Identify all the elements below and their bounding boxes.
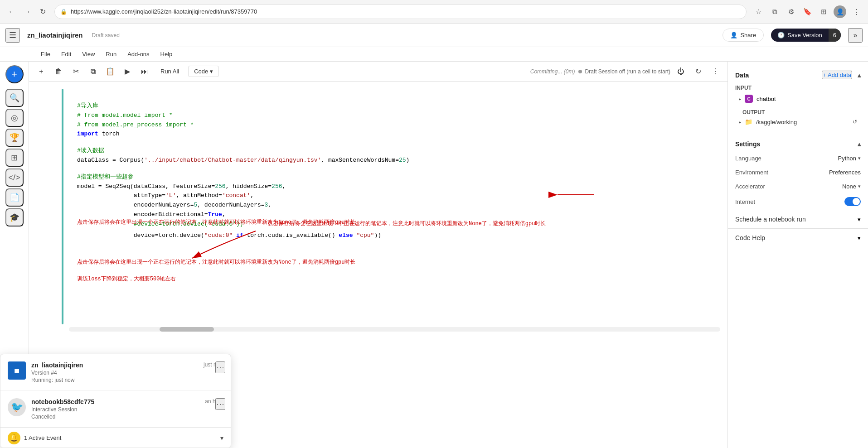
menu-edit[interactable]: Edit — [57, 49, 76, 59]
forward-button[interactable]: → — [21, 5, 34, 18]
output-item[interactable]: ▸ 📁 /kaggle/working ↺ — [735, 116, 861, 127]
collapse-sidebar-button[interactable]: » — [848, 28, 863, 43]
event-icon: 🔔 — [8, 432, 20, 444]
code-help-label: Code Help — [735, 234, 765, 241]
schedule-chevron-icon: ▾ — [858, 216, 861, 223]
apps-icon-btn[interactable]: ⊞ — [817, 5, 830, 18]
settings-icon-btn[interactable]: ⚙ — [785, 5, 797, 18]
chatbot-label: chatbot — [756, 96, 776, 102]
run-all-text-button[interactable]: Run All — [155, 66, 184, 77]
settings-label: Settings — [735, 140, 760, 148]
menu-run[interactable]: Run — [101, 49, 121, 59]
cell-type-dropdown[interactable]: Code ▾ — [188, 66, 219, 77]
notification-content-1: zn_liaotainjiqiren Version #4 Running: j… — [31, 361, 198, 383]
notification-content-2: notebookb58cdfc775 Interactive Session C… — [31, 398, 199, 420]
menu-file[interactable]: File — [36, 49, 55, 59]
expand-output-triangle: ▸ — [739, 120, 741, 125]
accelerator-value: None — [842, 183, 856, 190]
schedule-row[interactable]: Schedule a notebook run ▾ — [728, 210, 868, 228]
session-status: Draft Session off (run a cell to start) — [578, 68, 670, 75]
notification-more-2[interactable]: ⋯ — [215, 398, 225, 410]
language-dropdown-arrow: ▾ — [858, 155, 861, 161]
notebook-title: zn_liaotainjiqiren — [27, 31, 83, 39]
back-button[interactable]: ← — [5, 5, 18, 18]
code-help-chevron-icon: ▾ — [858, 235, 861, 241]
add-data-button[interactable]: + Add data — [822, 71, 852, 79]
data-section-chevron[interactable]: ▴ — [858, 72, 861, 79]
code-help-row[interactable]: Code Help ▾ — [728, 228, 868, 247]
sidebar-document-button[interactable]: 📄 — [5, 188, 24, 207]
save-version-button[interactable]: 🕐 Save Version 6 — [771, 29, 841, 42]
output-section: Output ▸ 📁 /kaggle/working ↺ — [728, 106, 868, 129]
extensions-icon-btn[interactable]: ⧉ — [768, 5, 781, 18]
notification-title-2: notebookb58cdfc775 — [31, 398, 199, 405]
accelerator-row: Accelerator None ▾ — [728, 179, 868, 193]
cell-type-label: Code — [194, 68, 208, 75]
event-chevron-icon: ▾ — [220, 434, 223, 442]
active-events-bar[interactable]: 🔔 1 Active Event ▾ — [0, 428, 231, 448]
notification-subtitle-2: Interactive Session — [31, 406, 199, 413]
star-icon-btn[interactable]: ☆ — [752, 5, 765, 18]
language-label: Language — [735, 155, 761, 162]
more-options-toolbar-button[interactable]: ⋮ — [708, 65, 722, 78]
share-person-icon: 👤 — [730, 32, 737, 39]
language-row: Language Python ▾ — [728, 151, 868, 165]
sidebar-code-button[interactable]: </> — [5, 169, 24, 187]
add-cell-toolbar-button[interactable]: + — [34, 65, 48, 78]
refresh-kernel-button[interactable]: ↻ — [691, 65, 705, 78]
save-version-label: Save Version — [787, 32, 822, 39]
notification-title-1: zn_liaotainjiqiren — [31, 361, 198, 369]
menu-addons[interactable]: Add-ons — [123, 49, 154, 59]
data-section-header: Data + Add data ▴ — [728, 67, 868, 83]
run-all-cells-button[interactable]: ⏭ — [138, 65, 151, 78]
data-section-label: Data — [735, 72, 749, 79]
environment-value: Preferences — [829, 169, 861, 176]
refresh-button[interactable]: ↻ — [36, 5, 49, 18]
share-label: Share — [740, 32, 756, 39]
add-data-label: + Add data — [823, 72, 851, 78]
sidebar-table-button[interactable]: ⊞ — [5, 149, 24, 167]
output-refresh-icon[interactable]: ↺ — [853, 119, 857, 125]
profile-avatar[interactable]: 👤 — [834, 5, 846, 18]
red-annotation-2: 训练loss下降到稳定，大概要500轮左右 — [77, 276, 176, 282]
sidebar-compass-button[interactable]: ◎ — [5, 109, 24, 127]
folder-icon: 📁 — [745, 118, 752, 125]
bookmarks-icon-btn[interactable]: 🔖 — [801, 5, 814, 18]
dropdown-arrow-icon: ▾ — [210, 68, 213, 75]
notification-more-1[interactable]: ⋯ — [215, 361, 225, 373]
menu-view[interactable]: View — [78, 49, 99, 59]
sidebar-trophy-button[interactable]: 🏆 — [5, 129, 24, 147]
cut-cell-button[interactable]: ✂ — [69, 65, 82, 78]
chatbot-data-item[interactable]: ▸ C chatbot — [728, 92, 868, 106]
power-button[interactable]: ⏻ — [674, 65, 688, 78]
environment-label: Environment — [735, 169, 768, 176]
add-cell-button[interactable]: + — [5, 65, 24, 83]
menu-help[interactable]: Help — [156, 49, 177, 59]
address-bar[interactable]: 🔒 https://www.kaggle.com/jinqiaoli252/zn… — [54, 5, 747, 19]
paste-cell-button[interactable]: 📋 — [103, 65, 117, 78]
red-annotation-overlay: 点击保存后将会在这里出现一个正在运行的笔记本，注意此时就可以将环境重新改为Non… — [77, 218, 355, 227]
run-cell-button[interactable]: ▶ — [121, 65, 134, 78]
internet-toggle[interactable]: ✓ — [844, 197, 861, 206]
more-options-btn[interactable]: ⋮ — [850, 5, 863, 18]
environment-dropdown[interactable]: Preferences — [829, 169, 861, 176]
copy-cell-button[interactable]: ⧉ — [86, 65, 100, 78]
sidebar-learn-button[interactable]: 🎓 — [5, 208, 24, 226]
notification-popup: ■ zn_liaotainjiqiren Version #4 Running:… — [0, 354, 231, 448]
code-content: #导入库 # from model.model import * # from … — [36, 89, 720, 323]
share-button[interactable]: 👤 Share — [723, 29, 764, 42]
hamburger-button[interactable]: ☰ — [5, 28, 20, 43]
top-bar: ☰ zn_liaotainjiqiren Draft saved 👤 Share… — [0, 24, 868, 47]
input-label: Input — [728, 83, 868, 92]
notification-subtitle-1: Version #4 — [31, 370, 198, 376]
delete-cell-button[interactable]: 🗑 — [52, 65, 65, 78]
language-dropdown[interactable]: Python ▾ — [838, 155, 861, 162]
notification-item-1: ■ zn_liaotainjiqiren Version #4 Running:… — [0, 354, 231, 391]
run-all-label: Run All — [160, 68, 179, 75]
settings-chevron[interactable]: ▴ — [858, 140, 861, 148]
sidebar-search-button[interactable]: 🔍 — [5, 89, 24, 107]
environment-row: Environment Preferences — [728, 165, 868, 179]
chatbot-data-icon: C — [745, 95, 753, 103]
accelerator-dropdown[interactable]: None ▾ — [842, 183, 861, 190]
active-events-label: 1 Active Event — [24, 434, 217, 441]
